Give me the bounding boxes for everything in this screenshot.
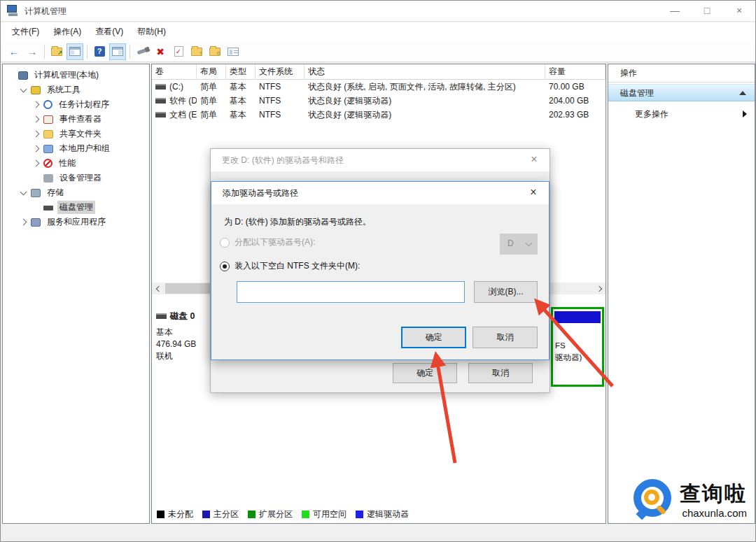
computer-management-window: 计算机管理 — □ × 文件(F)操作(A)查看(V)帮助(H) ← → ↗ ?… — [0, 0, 756, 542]
properties-icon[interactable] — [225, 43, 241, 60]
toolbar-separator — [130, 45, 130, 59]
sidebar-item-clock[interactable]: 任务计划程序 — [3, 97, 149, 112]
menu-bar: 文件(F)操作(A)查看(V)帮助(H) — [1, 22, 755, 41]
table-row[interactable]: 文档 (E:)简单基本NTFS状态良好 (逻辑驱动器)202.93 GB — [152, 108, 606, 122]
tree-item-label: 事件查看器 — [57, 113, 104, 126]
cell-status: 状态良好 (逻辑驱动器) — [304, 108, 545, 122]
sidebar-item-storage[interactable]: 存储 — [3, 185, 149, 200]
column-header[interactable]: 布局 — [197, 64, 226, 80]
mount-path-input[interactable] — [237, 281, 465, 303]
cell-type: 基本 — [226, 80, 255, 94]
column-header[interactable]: 状态 — [304, 64, 545, 80]
scroll-right-icon[interactable] — [594, 283, 606, 294]
column-header[interactable]: 类型 — [226, 64, 255, 80]
close-icon[interactable]: × — [519, 149, 550, 171]
forward-icon[interactable]: → — [24, 43, 41, 60]
legend-color-swatch — [302, 511, 309, 518]
chevron-right-icon[interactable] — [33, 160, 40, 167]
volume-icon — [155, 112, 166, 117]
volume-table-header: 卷布局类型文件系统状态容量 — [152, 64, 606, 80]
sidebar-item-tools[interactable]: 系统工具 — [3, 83, 149, 97]
tool-icon[interactable] — [134, 43, 150, 60]
close-icon[interactable]: × — [518, 182, 549, 204]
volume-icon — [155, 98, 166, 104]
check-doc-icon[interactable]: ✓ — [170, 43, 187, 60]
maximize-button[interactable]: □ — [691, 1, 723, 22]
sidebar-item-services[interactable]: 服务和应用程序 — [3, 215, 149, 229]
radio-off-icon[interactable] — [220, 238, 230, 248]
browse-button[interactable]: 浏览(B)... — [474, 281, 538, 303]
sidebar-item-shared-folder[interactable]: 共享文件夹 — [3, 127, 149, 141]
chevron-down-icon — [526, 240, 533, 247]
sidebar-item-log[interactable]: 事件查看器 — [3, 112, 149, 127]
sidebar-item-device[interactable]: 设备管理器 — [3, 171, 149, 185]
sidebar-item-performance[interactable]: 性能 — [3, 156, 149, 171]
folder-find-icon[interactable]: ○ — [206, 43, 223, 60]
ok-button[interactable]: 确定 — [393, 363, 457, 383]
chevron-right-icon[interactable] — [33, 101, 40, 108]
performance-icon — [43, 159, 52, 168]
assign-letter-radio[interactable]: 分配以下驱动器号(A): — [220, 236, 315, 248]
tree-item-label: 磁盘管理 — [57, 201, 95, 214]
actions-section-disk-management[interactable]: 磁盘管理 — [608, 84, 755, 101]
table-row[interactable]: (C:)简单基本NTFS状态良好 (系统, 启动, 页面文件, 活动, 故障转储… — [152, 80, 606, 94]
menu-item[interactable]: 查看(V) — [88, 23, 130, 41]
action-pane-icon[interactable] — [109, 43, 126, 60]
cancel-button[interactable]: 取消 — [472, 327, 538, 348]
console-tree-icon[interactable] — [66, 43, 83, 60]
cell-capacity: 204.00 GB — [545, 94, 606, 108]
cell-layout: 简单 — [197, 80, 226, 94]
minimize-button[interactable]: — — [659, 1, 691, 22]
legend-color-swatch — [157, 511, 164, 518]
legend-item: 主分区 — [202, 508, 239, 520]
ok-button[interactable]: 确定 — [401, 327, 466, 348]
chevron-right-icon[interactable] — [33, 116, 40, 123]
cell-name: 文档 (E:) — [152, 108, 197, 122]
delete-icon[interactable]: ✖ — [152, 43, 169, 60]
add-drive-letter-dialog: 添加驱动器号或路径 × 为 D: (软件) 添加新的驱动器号或路径。 分配以下驱… — [211, 181, 550, 360]
sidebar-item-users[interactable]: 本地用户和组 — [3, 141, 149, 156]
scrollbar-thumb[interactable] — [165, 283, 211, 294]
table-row[interactable]: 软件 (D:)简单基本NTFS状态良好 (逻辑驱动器)204.00 GB — [152, 94, 606, 108]
close-button[interactable]: × — [723, 1, 755, 22]
sidebar-item-disk[interactable]: 磁盘管理 — [3, 200, 149, 215]
column-header[interactable]: 文件系统 — [255, 64, 304, 80]
mount-folder-radio[interactable]: 装入以下空白 NTFS 文件夹中(M): — [220, 260, 360, 272]
cancel-button[interactable]: 取消 — [468, 363, 533, 383]
watermark-name: 查询啦 — [680, 480, 747, 508]
title-bar: 计算机管理 — □ × — [1, 1, 755, 22]
partition-color-bar — [554, 311, 601, 323]
tree-item-label: 计算机管理(本地) — [32, 69, 101, 82]
chevron-down-icon[interactable] — [20, 85, 27, 92]
column-header[interactable]: 容量 — [545, 64, 606, 80]
storage-icon — [31, 189, 41, 197]
help-icon[interactable]: ? — [91, 43, 108, 60]
drive-letter-dropdown[interactable]: D — [500, 234, 538, 255]
radio-on-icon[interactable] — [220, 262, 230, 271]
chevron-down-icon[interactable] — [20, 188, 27, 195]
cell-fs: NTFS — [255, 94, 304, 108]
app-icon — [7, 5, 20, 16]
legend-label: 未分配 — [168, 508, 193, 520]
scroll-left-icon[interactable] — [152, 283, 164, 294]
column-header[interactable]: 卷 — [152, 64, 197, 80]
export-folder-icon[interactable]: ↗ — [48, 43, 65, 60]
menu-item[interactable]: 操作(A) — [46, 23, 88, 41]
cell-fs: NTFS — [255, 80, 304, 94]
menu-item[interactable]: 帮助(H) — [130, 23, 173, 41]
sidebar-item-computer[interactable]: 计算机管理(本地) — [3, 68, 149, 83]
device-icon — [43, 174, 53, 183]
collapse-icon[interactable] — [739, 91, 746, 95]
cell-capacity: 70.00 GB — [545, 80, 606, 94]
chevron-right-icon[interactable] — [33, 131, 40, 138]
cell-capacity: 202.93 GB — [545, 108, 606, 122]
legend-item: 扩展分区 — [248, 508, 293, 520]
folder-up-icon[interactable]: ↑ — [188, 43, 205, 60]
chevron-right-icon[interactable] — [33, 145, 40, 152]
more-actions-item[interactable]: 更多操作 — [608, 106, 755, 122]
back-icon[interactable]: ← — [6, 43, 22, 60]
legend-item: 未分配 — [157, 508, 193, 520]
partition-block-d[interactable]: FS 驱动器) — [551, 307, 604, 387]
chevron-right-icon[interactable] — [20, 219, 27, 226]
menu-item[interactable]: 文件(F) — [5, 23, 46, 41]
